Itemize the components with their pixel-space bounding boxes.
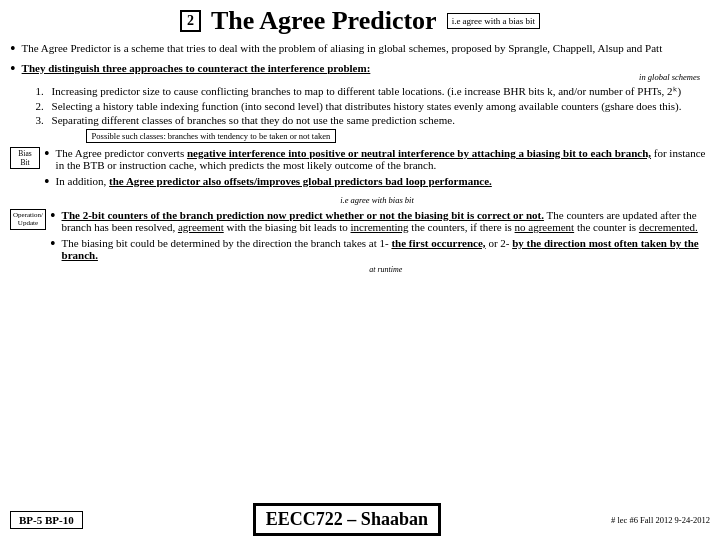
bullet-1-text: The Agree Predictor is a scheme that tri… xyxy=(22,42,663,54)
b5-t9: decremented. xyxy=(639,221,698,233)
b6-t1: The biasing bit could be determined by t… xyxy=(62,237,392,249)
bullet-6: • The biasing bit could be determined by… xyxy=(50,237,710,274)
operation-label: Operation/Update xyxy=(10,209,46,230)
bullet-3-text-2: negative interference into positive or n… xyxy=(187,147,651,159)
bullet-dot-6: • xyxy=(50,235,56,253)
bullet-3: • The Agree predictor converts negative … xyxy=(44,147,710,171)
bullet-dot-3: • xyxy=(44,145,50,163)
footer-text: # lec #6 Fall 2012 9-24-2012 xyxy=(611,515,710,525)
bullet-4-text-1: In addition, xyxy=(56,175,109,187)
num-1: 1. xyxy=(36,85,52,97)
bullet-1-content: The Agree Predictor is a scheme that tri… xyxy=(22,42,710,54)
operation-content: • The 2-bit counters of the branch predi… xyxy=(50,209,710,278)
title-bar: 2 The Agree Predictor i.e agree with a b… xyxy=(10,6,710,36)
b5-t8: the counter is xyxy=(577,221,639,233)
numbered-item-2: 2. Selecting a history table indexing fu… xyxy=(36,100,710,112)
main-page: 2 The Agree Predictor i.e agree with a b… xyxy=(0,0,720,540)
bias-bit-label-col: BiasBit xyxy=(10,147,40,169)
b5-t7: no agreement xyxy=(515,221,575,233)
b5-t1: The 2-bit counters of the branch predict… xyxy=(62,209,544,221)
bullet-4-content: In addition, the Agree predictor also of… xyxy=(56,175,710,187)
b5-t4: with the biasing bit leads to xyxy=(226,221,350,233)
num-2: 2. xyxy=(36,100,52,112)
numbered-item-3: 3. Separating different classes of branc… xyxy=(36,114,710,126)
bias-bit-label: BiasBit xyxy=(10,147,40,169)
bullet-dot-1: • xyxy=(10,40,16,58)
bias-bit-content: • The Agree predictor converts negative … xyxy=(44,147,710,205)
num-3: 3. xyxy=(36,114,52,126)
b5-t6: the counters, if there is xyxy=(411,221,514,233)
numbered-list: 1. Increasing predictor size to cause co… xyxy=(36,85,710,143)
bp-box: BP-5 BP-10 xyxy=(10,511,83,529)
numbered-item-1: 1. Increasing predictor size to cause co… xyxy=(36,85,710,98)
num-2-text: Selecting a history table indexing funct… xyxy=(52,100,710,112)
b5-t5: incrementing xyxy=(351,221,409,233)
slide-title: The Agree Predictor xyxy=(211,6,437,36)
annotation-runtime: at runtime xyxy=(369,265,402,274)
b6-t3: or 2- xyxy=(486,237,513,249)
bullet-5-content: The 2-bit counters of the branch predict… xyxy=(62,209,710,233)
bottom-bar: BP-5 BP-10 EECC722 – Shaaban # lec #6 Fa… xyxy=(10,503,710,536)
eecc-box: EECC722 – Shaaban xyxy=(253,503,441,536)
slide-number: 2 xyxy=(180,10,201,32)
title-badge: i.e agree with a bias bit xyxy=(447,13,540,29)
b6-t2: the first occurrence, xyxy=(391,237,485,249)
bullet-4: • In addition, the Agree predictor also … xyxy=(44,175,710,191)
bullet-3-text-1: The Agree predictor converts xyxy=(56,147,187,159)
bullet-dot-4: • xyxy=(44,173,50,191)
bullet-dot-5: • xyxy=(50,207,56,225)
bullet-3-content: The Agree predictor converts negative in… xyxy=(56,147,710,171)
operation-label-col: Operation/Update xyxy=(10,209,46,230)
bullet-5: • The 2-bit counters of the branch predi… xyxy=(50,209,710,233)
bullet-2-content: They distinguish three approaches to cou… xyxy=(22,62,710,143)
b5-t3: agreement xyxy=(178,221,224,233)
bullet-dot-2: • xyxy=(10,60,16,78)
runtime-annotation-wrapper: at runtime xyxy=(62,262,710,274)
footer-line: # lec #6 Fall 2012 9-24-2012 xyxy=(611,515,710,525)
bias-bit-section: BiasBit • The Agree predictor converts n… xyxy=(10,147,710,205)
bullet-2-heading: They distinguish three approaches to cou… xyxy=(22,62,371,74)
bullet-6-content: The biasing bit could be determined by t… xyxy=(62,237,710,274)
num-1-text: Increasing predictor size to cause confl… xyxy=(52,85,710,98)
operation-section: Operation/Update • The 2-bit counters of… xyxy=(10,209,710,278)
num-3-text: Separating different classes of branches… xyxy=(52,114,710,126)
bullet-4-text-2: the Agree predictor also offsets/improve… xyxy=(109,175,492,187)
annotation-bias-bit: i.e agree with bias bit xyxy=(44,195,710,205)
bullet-1: • The Agree Predictor is a scheme that t… xyxy=(10,42,710,58)
tooltip-classes: Possible such classes: branches with ten… xyxy=(86,129,337,143)
bullet-2: • They distinguish three approaches to c… xyxy=(10,62,710,143)
